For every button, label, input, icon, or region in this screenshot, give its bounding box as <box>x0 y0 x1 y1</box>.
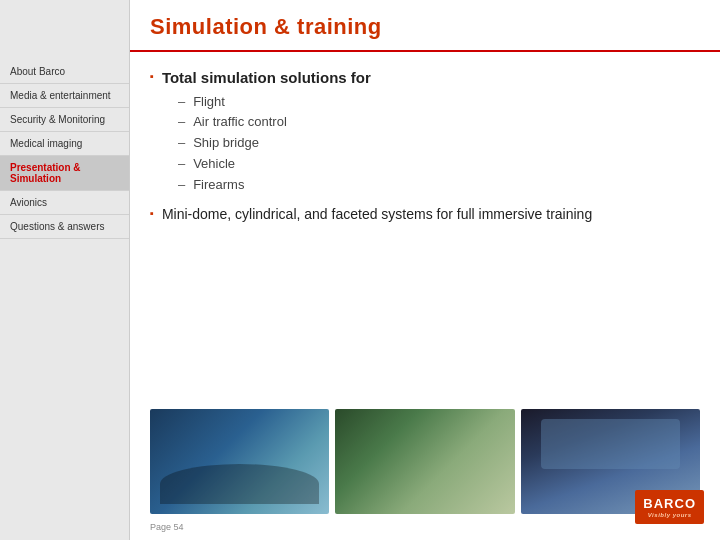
image-ship-bridge-simulator <box>335 409 514 514</box>
sub-item-vehicle: – Vehicle <box>178 154 371 175</box>
barco-tagline: Visibly yours <box>648 512 692 518</box>
dash-icon-2: – <box>178 112 185 133</box>
dash-icon-4: – <box>178 154 185 175</box>
content-area: ▪ Total simulation solutions for – Fligh… <box>130 52 720 401</box>
sub-item-flight: – Flight <box>178 92 371 113</box>
page-title: Simulation & training <box>150 14 700 40</box>
bullet-section-2: ▪ Mini-dome, cylindrical, and faceted sy… <box>150 205 700 223</box>
bullet-text-1: Total simulation solutions for <box>162 70 371 86</box>
bullet-section-1: ▪ Total simulation solutions for – Fligh… <box>150 68 700 195</box>
sidebar-item-security[interactable]: Security & Monitoring <box>0 108 129 132</box>
bullet-item-1: ▪ Total simulation solutions for – Fligh… <box>150 68 700 195</box>
dash-icon-3: – <box>178 133 185 154</box>
sidebar: About Barco Media & entertainment Securi… <box>0 0 130 540</box>
dash-icon-1: – <box>178 92 185 113</box>
sidebar-item-medical[interactable]: Medical imaging <box>0 132 129 156</box>
sidebar-item-about-barco[interactable]: About Barco <box>0 60 129 84</box>
sub-item-air-traffic: – Air traffic control <box>178 112 371 133</box>
page-footer: Page 54 <box>130 514 720 540</box>
bullet-text-2: Mini-dome, cylindrical, and faceted syst… <box>162 205 592 223</box>
sidebar-item-presentation[interactable]: Presentation & Simulation <box>0 156 129 191</box>
dash-icon-5: – <box>178 175 185 196</box>
page-header: Simulation & training <box>130 0 720 52</box>
page-number: Page 54 <box>150 522 184 532</box>
sub-item-ship-bridge: – Ship bridge <box>178 133 371 154</box>
main-content: Simulation & training ▪ Total simulation… <box>130 0 720 540</box>
bullet-marker-1: ▪ <box>150 70 154 82</box>
barco-logo: BARCO Visibly yours <box>635 490 704 524</box>
sidebar-item-avionics[interactable]: Avionics <box>0 191 129 215</box>
images-row <box>130 409 720 514</box>
image-flight-simulator <box>150 409 329 514</box>
sidebar-item-media[interactable]: Media & entertainment <box>0 84 129 108</box>
sidebar-item-questions[interactable]: Questions & answers <box>0 215 129 239</box>
barco-name: BARCO <box>643 496 696 511</box>
bullet-item-2: ▪ Mini-dome, cylindrical, and faceted sy… <box>150 205 700 223</box>
bullet-marker-2: ▪ <box>150 207 154 219</box>
sub-item-firearms: – Firearms <box>178 175 371 196</box>
sub-list-1: – Flight – Air traffic control – Ship br… <box>178 92 371 196</box>
